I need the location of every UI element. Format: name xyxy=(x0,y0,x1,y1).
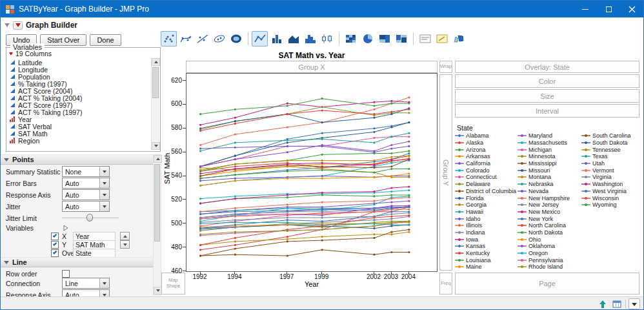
variable-item[interactable]: ACT % Taking (2004) xyxy=(8,94,150,101)
freq-zone[interactable]: Freq xyxy=(439,273,452,294)
legend-item[interactable]: Nevada xyxy=(518,188,570,195)
variable-item[interactable]: ACT % Taking (1997) xyxy=(8,108,150,116)
line-panel-header[interactable]: Line xyxy=(1,257,161,267)
heatmap-icon[interactable] xyxy=(343,31,359,46)
legend-item[interactable]: Vermont xyxy=(581,167,631,174)
variable-item[interactable]: Year xyxy=(8,116,150,123)
done-button[interactable]: Done xyxy=(90,34,121,46)
variable-item[interactable]: ACT Score (1997) xyxy=(8,101,150,108)
variable-item[interactable]: ACT Score (2004) xyxy=(8,87,150,94)
overlay-zone[interactable]: Overlay: State xyxy=(455,61,639,73)
variables-scrollbar[interactable] xyxy=(151,58,159,150)
legend-item[interactable]: North Dakota xyxy=(518,229,570,236)
interval-zone[interactable]: Interval xyxy=(455,104,639,118)
legend-item[interactable]: Delaware xyxy=(455,181,516,188)
legend-item[interactable]: Virginia xyxy=(581,174,631,181)
legend-item[interactable]: West Virginia xyxy=(581,188,631,195)
formula-icon[interactable] xyxy=(434,31,450,46)
caption-box-icon[interactable] xyxy=(417,31,433,46)
treemap-icon[interactable] xyxy=(376,31,392,46)
legend-item[interactable]: Alabama xyxy=(455,132,516,140)
legend-item[interactable]: Kentucky xyxy=(455,250,516,257)
dropdown-button[interactable] xyxy=(99,167,109,176)
panel-scrollbar[interactable] xyxy=(153,154,161,295)
legend-item[interactable]: District of Columbia xyxy=(455,188,516,195)
scrollbar-thumb[interactable] xyxy=(152,67,159,98)
legend-item[interactable]: Idaho xyxy=(455,215,516,222)
dropdown-button[interactable] xyxy=(99,202,109,211)
legend-item[interactable]: Louisiana xyxy=(455,256,516,264)
dropdown-button[interactable] xyxy=(99,178,109,188)
variable-item[interactable]: Region xyxy=(8,137,150,144)
wrap-zone[interactable]: Wrap xyxy=(439,61,452,73)
response-axis-dropdown[interactable]: Auto xyxy=(62,189,110,200)
fit-ellipse-icon[interactable] xyxy=(211,31,227,46)
legend-item[interactable]: New York xyxy=(518,215,570,222)
variable-item[interactable]: Population xyxy=(8,73,150,80)
scroll-up-icon[interactable] xyxy=(154,155,162,163)
legend-item[interactable]: Illinois xyxy=(455,222,516,229)
plot-area[interactable] xyxy=(186,73,438,272)
legend-item[interactable]: Minnesota xyxy=(518,153,570,160)
points-icon[interactable] xyxy=(161,31,177,46)
group-x-zone[interactable]: Group X xyxy=(186,61,438,73)
page-zone[interactable]: Page xyxy=(455,273,639,294)
legend-item[interactable]: Wyoming xyxy=(581,202,631,209)
legend-item[interactable]: Tennessee xyxy=(581,146,631,153)
legend-item[interactable]: Colorado xyxy=(455,167,516,174)
legend-item[interactable]: New Hampshire xyxy=(518,194,570,202)
color-zone[interactable]: Color xyxy=(455,74,639,88)
area-icon[interactable] xyxy=(285,31,301,46)
legend-item[interactable]: South Carolina xyxy=(581,132,631,140)
legend-item[interactable]: Montana xyxy=(518,174,570,181)
legend-item[interactable]: North Carolina xyxy=(518,222,570,229)
legend-item[interactable]: Massachusetts xyxy=(518,140,570,147)
jitter-limit-slider[interactable] xyxy=(62,213,119,223)
overlay-checkbox[interactable] xyxy=(51,249,59,257)
scrollbar-thumb[interactable] xyxy=(154,164,160,242)
legend-item[interactable]: New Mexico xyxy=(518,209,570,216)
box-plot-icon[interactable] xyxy=(319,31,335,46)
legend-item[interactable]: Michigan xyxy=(518,146,570,153)
legend-item[interactable]: Wisconsin xyxy=(581,194,631,202)
overlay-variable-field[interactable]: State xyxy=(73,249,116,258)
red-triangle-menu[interactable] xyxy=(13,21,23,30)
legend-item[interactable]: Pennsylvania xyxy=(518,256,570,264)
variable-item[interactable]: Latitude xyxy=(8,59,150,66)
size-zone[interactable]: Size xyxy=(455,89,639,103)
legend-item[interactable]: Mississippi xyxy=(518,160,570,167)
minimize-button[interactable] xyxy=(574,1,597,17)
variable-item[interactable]: Longitude xyxy=(8,66,150,73)
start-over-button[interactable]: Start Over xyxy=(40,34,86,46)
legend-item[interactable]: Utah xyxy=(581,160,631,167)
variable-item[interactable]: % Taking (1997) xyxy=(8,80,150,87)
legend-item[interactable]: Maryland xyxy=(518,132,570,140)
legend-item[interactable]: South Dakota xyxy=(581,140,631,147)
legend-item[interactable]: Connecticut xyxy=(455,174,516,181)
close-button[interactable] xyxy=(620,1,643,17)
jitter-dropdown[interactable]: Auto xyxy=(62,201,110,212)
variable-item[interactable]: SAT Math xyxy=(8,130,150,137)
disclosure-triangle-icon[interactable] xyxy=(63,225,68,231)
legend-item[interactable]: Iowa xyxy=(455,236,516,243)
map-shape-zone[interactable]: Map Shape xyxy=(161,273,185,294)
data-table-icon[interactable] xyxy=(611,298,623,309)
pie-icon[interactable] xyxy=(359,31,376,46)
connection-dropdown[interactable]: Line xyxy=(62,278,110,289)
mosaic-icon[interactable] xyxy=(393,31,409,46)
maximize-button[interactable] xyxy=(597,1,620,17)
dropdown-button[interactable] xyxy=(99,190,109,200)
legend-item[interactable]: Texas xyxy=(581,153,631,160)
legend-item[interactable]: Hawaii xyxy=(455,209,516,216)
columns-header[interactable]: 19 Columns xyxy=(9,50,52,57)
legend-item[interactable]: Ohio xyxy=(518,236,570,243)
row-order-checkbox[interactable] xyxy=(62,270,70,278)
legend-item[interactable]: Rhode Island xyxy=(518,264,570,271)
legend-item[interactable]: Washington xyxy=(581,181,631,188)
legend-item[interactable]: Nebraska xyxy=(518,181,570,188)
fit-line-icon[interactable] xyxy=(194,31,210,46)
smoother-icon[interactable] xyxy=(177,31,194,46)
maximize-panels-icon[interactable] xyxy=(597,298,609,309)
legend-item[interactable]: Oregon xyxy=(518,250,570,257)
slider-thumb[interactable] xyxy=(86,214,93,222)
